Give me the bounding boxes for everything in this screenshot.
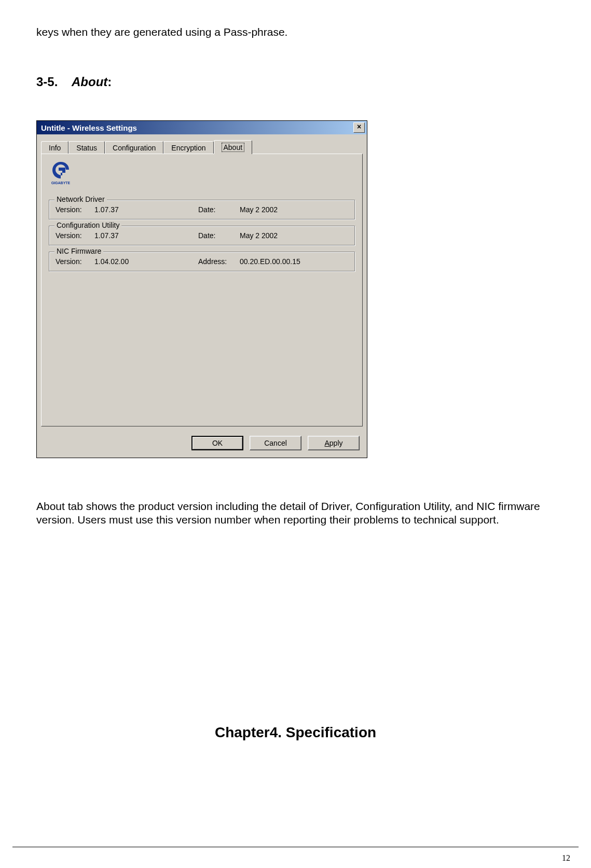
tab-label: Configuration — [113, 144, 156, 152]
window-title: Untitle - Wireless Settings — [41, 123, 137, 132]
section-suffix: : — [107, 75, 112, 89]
page-number: 12 — [562, 853, 570, 863]
titlebar[interactable]: Untitle - Wireless Settings × — [37, 121, 367, 134]
close-icon: × — [357, 122, 361, 131]
section-number: 3-5. — [36, 75, 58, 89]
version-value: 1.04.02.00 — [94, 257, 198, 266]
date-value: May 2 2002 — [240, 205, 348, 214]
date-label: Date: — [198, 231, 240, 240]
tab-about[interactable]: About — [214, 140, 253, 154]
gigabyte-logo-icon: GIGABYTE — [49, 160, 73, 185]
about-description: About tab shows the product version incl… — [36, 500, 555, 527]
group-legend: Network Driver — [54, 195, 107, 203]
date-label: Date: — [198, 205, 240, 214]
wireless-settings-dialog: Untitle - Wireless Settings × Info Statu… — [36, 120, 367, 458]
svg-text:GIGABYTE: GIGABYTE — [51, 181, 71, 185]
group-legend: NIC Firmware — [54, 247, 103, 255]
tab-configuration[interactable]: Configuration — [105, 141, 163, 154]
tab-label: Encryption — [171, 144, 205, 152]
group-legend: Configuration Utility — [54, 221, 121, 229]
close-button[interactable]: × — [353, 122, 365, 133]
section-heading: 3-5. About: — [36, 75, 555, 89]
gigabyte-logo: GIGABYTE — [49, 160, 355, 185]
apply-rest: pply — [329, 439, 343, 447]
tab-label: About — [222, 143, 245, 152]
address-value: 00.20.ED.00.00.15 — [240, 257, 348, 266]
tab-label: Info — [49, 144, 61, 152]
page-footer-rule — [12, 847, 579, 847]
section-title: About — [72, 75, 107, 89]
tab-label: Status — [76, 144, 97, 152]
version-label: Version: — [56, 231, 94, 240]
tab-bar: Info Status Configuration Encryption Abo… — [37, 134, 367, 154]
group-configuration-utility: Configuration Utility Version: 1.07.37 D… — [49, 226, 355, 245]
version-value: 1.07.37 — [94, 231, 198, 240]
tab-status[interactable]: Status — [68, 141, 105, 154]
tab-info[interactable]: Info — [41, 141, 68, 154]
dialog-button-row: OK Cancel Apply — [37, 432, 367, 458]
about-panel: GIGABYTE Network Driver Version: 1.07.37… — [41, 154, 363, 426]
cancel-button[interactable]: Cancel — [250, 436, 301, 450]
intro-text: keys when they are generated using a Pas… — [36, 26, 555, 38]
version-value: 1.07.37 — [94, 205, 198, 214]
group-network-driver: Network Driver Version: 1.07.37 Date: Ma… — [49, 200, 355, 219]
version-label: Version: — [56, 205, 94, 214]
apply-button[interactable]: Apply — [308, 436, 360, 450]
version-label: Version: — [56, 257, 94, 266]
address-label: Address: — [198, 257, 240, 266]
apply-mnemonic: A — [324, 439, 329, 447]
tab-encryption[interactable]: Encryption — [163, 141, 213, 154]
chapter-heading: Chapter4. Specification — [36, 724, 555, 741]
date-value: May 2 2002 — [240, 231, 348, 240]
ok-button[interactable]: OK — [191, 436, 243, 450]
group-nic-firmware: NIC Firmware Version: 1.04.02.00 Address… — [49, 252, 355, 271]
